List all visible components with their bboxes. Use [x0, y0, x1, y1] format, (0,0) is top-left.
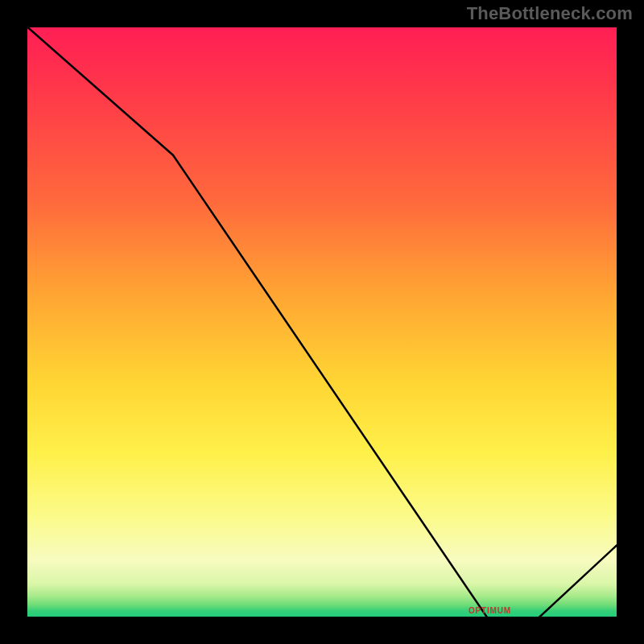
bottleneck-curve [24, 24, 620, 620]
optimum-annotation: OPTIMUM [469, 606, 511, 615]
line-chart-svg [24, 24, 620, 620]
plot-area: OPTIMUM [24, 24, 620, 620]
watermark-text: TheBottleneck.com [467, 3, 633, 24]
chart-root: TheBottleneck.com OPTIMUM [0, 0, 644, 644]
